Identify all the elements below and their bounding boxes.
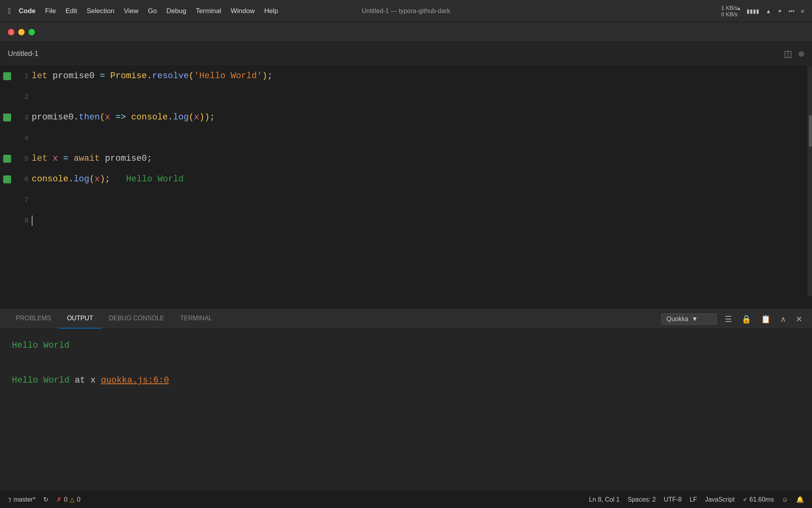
eol[interactable]: LF xyxy=(689,496,697,503)
menu-edit[interactable]: Edit xyxy=(65,7,77,15)
menu-code[interactable]: Code xyxy=(19,7,36,15)
output-file-link[interactable]: quokka.js:6:0 xyxy=(101,375,169,385)
apple-menu[interactable]:  xyxy=(8,6,11,15)
tab-problems[interactable]: PROBLEMS xyxy=(8,308,59,329)
line-num-2: 2 xyxy=(24,87,29,107)
split-editor-icon[interactable]: ◫ xyxy=(784,49,792,59)
line-1-indicator xyxy=(3,66,11,87)
battery-icon: ▮▮▮▮ xyxy=(747,8,759,14)
close-button[interactable] xyxy=(8,29,14,35)
line-8-indicator xyxy=(3,210,11,231)
menu-debug[interactable]: Debug xyxy=(167,7,186,15)
clear-output-icon[interactable]: ☰ xyxy=(723,313,733,325)
panel-body: Hello World Hello World at x quokka.js:6… xyxy=(0,329,812,491)
editor-dot-icon xyxy=(799,51,804,57)
menu-extra-icon: ••• xyxy=(789,8,795,14)
code-editor: 1 2 3 4 5 6 7 8 let promise0 = Promise .… xyxy=(0,66,812,296)
code-line-2 xyxy=(32,87,812,107)
wifi-icon: ▲ xyxy=(766,8,771,14)
line-num-8: 8 xyxy=(24,210,29,231)
panel-tabs: PROBLEMS OUTPUT DEBUG CONSOLE TERMINAL Q… xyxy=(0,308,812,329)
menu-go[interactable]: Go xyxy=(148,7,157,15)
window-title: Untitled-1 — typora-github-dark xyxy=(362,8,450,15)
cursor-position[interactable]: Ln 8, Col 1 xyxy=(589,496,620,503)
git-branch-name: master* xyxy=(13,496,35,503)
code-line-4 xyxy=(32,128,812,148)
indentation[interactable]: Spaces: 2 xyxy=(628,496,656,503)
scrollbar-thumb[interactable] xyxy=(809,115,812,147)
method-resolve: resolve xyxy=(152,66,189,87)
error-icon: ✗ xyxy=(56,496,61,503)
language-mode[interactable]: JavaScript xyxy=(705,496,735,503)
editor-scrollbar[interactable] xyxy=(807,66,812,296)
menu-list-icon: ≡ xyxy=(801,8,804,14)
menu-view[interactable]: View xyxy=(124,7,138,15)
git-branch[interactable]: ⁊ master* xyxy=(8,496,35,503)
method-log-3: log xyxy=(173,107,189,128)
encoding[interactable]: UTF-8 xyxy=(664,496,682,503)
warning-icon: △ xyxy=(70,496,75,503)
code-line-3: promise0. then ( x => console . log ( x … xyxy=(32,107,812,128)
tab-output[interactable]: OUTPUT xyxy=(59,308,101,329)
maximize-button[interactable] xyxy=(29,29,35,35)
line-3-indicator xyxy=(3,107,11,128)
status-bar: ⁊ master* ↻ ✗ 0 △ 0 Ln 8, Col 1 Spaces: … xyxy=(0,491,812,508)
breakpoint-dot-6[interactable] xyxy=(3,175,11,183)
line-5-indicator xyxy=(3,148,11,169)
code-line-8 xyxy=(32,210,812,231)
chevron-down-icon: ▼ xyxy=(691,316,698,323)
string-hello-world-1: 'Hello World' xyxy=(194,66,262,87)
breakpoint-dot-5[interactable] xyxy=(3,155,11,163)
output-source-select[interactable]: Quokka ▼ xyxy=(661,314,717,325)
feedback-icon[interactable]: ☺ xyxy=(782,496,788,503)
warning-number: 0 xyxy=(77,496,80,503)
bluetooth-icon: ✦ xyxy=(778,8,782,14)
tab-debug-console[interactable]: DEBUG CONSOLE xyxy=(101,308,172,329)
copy-icon[interactable]: 📋 xyxy=(759,313,772,325)
panel-controls: Quokka ▼ ☰ 🔒 📋 ∧ ✕ xyxy=(661,313,804,329)
line-num-3: 3 xyxy=(24,107,29,128)
error-number: 0 xyxy=(64,496,67,503)
lock-icon[interactable]: 🔒 xyxy=(740,313,753,325)
menu-selection[interactable]: Selection xyxy=(87,7,115,15)
line-num-4: 4 xyxy=(24,128,29,148)
menu-help[interactable]: Help xyxy=(264,7,278,15)
method-then: then xyxy=(79,107,100,128)
line-4-indicator xyxy=(3,128,11,148)
code-content[interactable]: let promise0 = Promise . resolve ( 'Hell… xyxy=(32,66,812,296)
keyword-let-1: let xyxy=(32,66,48,87)
editor-actions: ◫ xyxy=(784,49,804,59)
output-panel: PROBLEMS OUTPUT DEBUG CONSOLE TERMINAL Q… xyxy=(0,308,812,491)
breakpoint-dot-3[interactable] xyxy=(3,114,11,121)
keyword-let-5: let xyxy=(32,148,48,169)
class-console-3: console xyxy=(131,107,168,128)
git-branch-icon: ⁊ xyxy=(8,496,11,503)
menu-bar:  Code File Edit Selection View Go Debug… xyxy=(0,0,812,22)
error-count[interactable]: ✗ 0 △ 0 xyxy=(56,496,80,503)
menu-items: Code File Edit Selection View Go Debug T… xyxy=(19,7,278,15)
code-line-1: let promise0 = Promise . resolve ( 'Hell… xyxy=(32,66,812,87)
menu-file[interactable]: File xyxy=(45,7,56,15)
menu-window[interactable]: Window xyxy=(231,7,255,15)
output-line-3: Hello World at x quokka.js:6:0 xyxy=(12,372,800,389)
menu-terminal[interactable]: Terminal xyxy=(196,7,221,15)
notification-icon[interactable]: 🔔 xyxy=(796,496,804,503)
menu-bar-left:  Code File Edit Selection View Go Debug… xyxy=(0,6,406,15)
editor-header: Untitled-1 ◫ xyxy=(0,42,812,66)
line-2-indicator xyxy=(3,87,11,107)
timing: ✓ 61.60ms xyxy=(743,496,774,503)
keyword-await: await xyxy=(74,148,100,169)
close-panel-icon[interactable]: ✕ xyxy=(794,313,804,325)
line-num-5: 5 xyxy=(24,148,29,169)
chevron-up-icon[interactable]: ∧ xyxy=(779,313,788,325)
tab-terminal[interactable]: TERMINAL xyxy=(172,308,220,329)
class-console-6: console xyxy=(32,169,68,190)
minimize-button[interactable] xyxy=(18,29,25,35)
sync-button[interactable]: ↻ xyxy=(43,496,48,503)
network-status-icon: 1 KB/s▴0 KB/s xyxy=(721,5,740,17)
code-line-6: console . log ( x ) ; Hello World xyxy=(32,169,812,190)
breakpoint-dot-1[interactable] xyxy=(3,72,11,80)
sync-icon: ↻ xyxy=(43,496,48,503)
file-title: Untitled-1 xyxy=(8,50,38,58)
line-num-6: 6 xyxy=(24,169,29,190)
